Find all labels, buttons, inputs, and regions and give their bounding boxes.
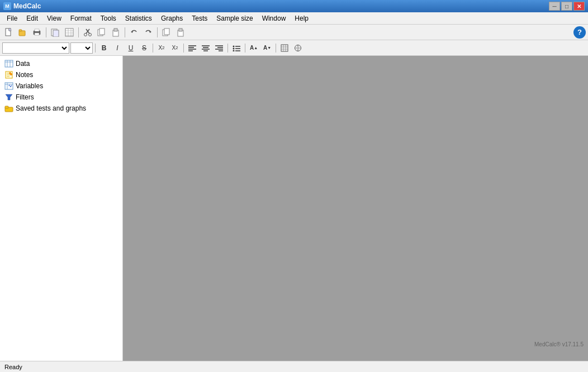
- svg-rect-20: [99, 28, 105, 35]
- app-icon: M: [3, 2, 11, 10]
- copy-format-button[interactable]: [49, 26, 62, 39]
- font-select[interactable]: [2, 42, 69, 54]
- new-button[interactable]: [2, 26, 16, 39]
- tree-item-notes-label: Notes: [16, 71, 33, 79]
- left-panel: Data Notes: [0, 56, 123, 361]
- table-button[interactable]: [278, 42, 291, 54]
- redo-button[interactable]: [141, 26, 155, 39]
- svg-rect-26: [164, 28, 169, 35]
- tree-item-data[interactable]: Data: [0, 58, 122, 69]
- separator2: [78, 27, 79, 37]
- app-title: MedCalc: [13, 2, 549, 10]
- svg-rect-62: [5, 83, 13, 89]
- grid-button[interactable]: [63, 26, 76, 39]
- list-button[interactable]: [230, 42, 243, 54]
- menu-sample-size[interactable]: Sample size: [212, 12, 257, 24]
- content-area: MedCalc® v17.11.5: [123, 56, 588, 361]
- svg-rect-67: [5, 106, 8, 108]
- menu-edit[interactable]: Edit: [22, 12, 42, 24]
- bold-button[interactable]: B: [98, 42, 110, 54]
- menu-graphs[interactable]: Graphs: [157, 12, 187, 24]
- separator4: [157, 27, 158, 37]
- tree-item-saved[interactable]: Saved tests and graphs: [0, 103, 122, 114]
- svg-marker-1: [9, 28, 11, 31]
- variables-icon: [4, 82, 13, 90]
- title-bar: M MedCalc ─ □ ✕: [0, 0, 588, 12]
- tree-item-filters[interactable]: Filters: [0, 92, 122, 103]
- tree-item-variables[interactable]: Variables: [0, 80, 122, 92]
- tree-item-notes[interactable]: Notes: [0, 69, 122, 80]
- window-controls: ─ □ ✕: [549, 2, 585, 11]
- strikethrough-button[interactable]: S: [138, 42, 150, 54]
- tree-item-saved-label: Saved tests and graphs: [16, 104, 86, 112]
- minimize-button[interactable]: ─: [549, 2, 560, 11]
- svg-point-18: [89, 33, 92, 36]
- main-area: Data Notes: [0, 56, 588, 361]
- fmt-sep2: [153, 44, 153, 53]
- subscript-button[interactable]: X2: [155, 42, 168, 54]
- tree-item-data-label: Data: [16, 60, 30, 68]
- svg-point-17: [84, 33, 87, 36]
- align-left-button[interactable]: [186, 42, 198, 54]
- underline-button[interactable]: U: [125, 42, 137, 54]
- font-size-select[interactable]: [70, 42, 93, 54]
- menu-help[interactable]: Help: [290, 12, 313, 24]
- tree-item-filters-label: Filters: [16, 93, 34, 101]
- version-text: MedCalc® v17.11.5: [534, 341, 584, 347]
- menu-bar: File Edit View Format Tools Statistics G…: [0, 12, 588, 25]
- svg-point-45: [233, 50, 235, 51]
- svg-rect-5: [35, 29, 39, 31]
- toolbar-format: B I U S X2 X2 A▲ A▼: [0, 40, 588, 56]
- folder-icon: [4, 104, 13, 113]
- open-button[interactable]: [16, 26, 30, 39]
- svg-rect-28: [179, 28, 182, 31]
- copy-button[interactable]: [95, 26, 108, 39]
- align-right-button[interactable]: [213, 42, 225, 54]
- svg-rect-22: [114, 28, 117, 31]
- menu-format[interactable]: Format: [66, 12, 96, 24]
- fmt-sep1: [95, 44, 96, 53]
- special-button[interactable]: [292, 42, 304, 54]
- tree-item-variables-label: Variables: [16, 82, 43, 90]
- svg-rect-8: [53, 30, 59, 37]
- svg-point-43: [233, 47, 235, 49]
- fmt-sep6: [276, 44, 276, 53]
- svg-point-41: [233, 45, 235, 47]
- superscript-button[interactable]: X2: [169, 42, 181, 54]
- italic-button[interactable]: I: [111, 42, 124, 54]
- status-text: Ready: [4, 364, 22, 370]
- align-center-button[interactable]: [200, 42, 212, 54]
- status-bar: Ready: [0, 361, 588, 372]
- undo-button[interactable]: [127, 26, 141, 39]
- toolbar-main: ?: [0, 25, 588, 40]
- svg-rect-3: [19, 30, 22, 31]
- svg-rect-47: [281, 45, 288, 51]
- maximize-button[interactable]: □: [561, 2, 572, 11]
- separator3: [125, 27, 125, 37]
- copy2-button[interactable]: [160, 26, 173, 39]
- paste2-button[interactable]: [174, 26, 187, 39]
- fmt-sep3: [183, 44, 184, 53]
- separator: [46, 27, 46, 37]
- svg-marker-65: [6, 94, 12, 100]
- fmt-sep5: [245, 44, 245, 53]
- notes-icon: [4, 70, 13, 79]
- menu-file[interactable]: File: [2, 12, 22, 24]
- svg-rect-54: [5, 60, 13, 67]
- menu-statistics[interactable]: Statistics: [121, 12, 157, 24]
- menu-view[interactable]: View: [42, 12, 66, 24]
- font-smaller-button[interactable]: A▼: [261, 42, 273, 54]
- font-larger-button[interactable]: A▲: [248, 42, 260, 54]
- data-icon: [4, 59, 13, 68]
- help-button[interactable]: ?: [573, 26, 586, 39]
- cut-button[interactable]: [81, 26, 94, 39]
- print-button[interactable]: [30, 26, 44, 39]
- paste-button[interactable]: [109, 26, 122, 39]
- fmt-sep4: [227, 44, 228, 53]
- close-button[interactable]: ✕: [573, 2, 585, 11]
- menu-tools[interactable]: Tools: [96, 12, 121, 24]
- menu-tests[interactable]: Tests: [187, 12, 212, 24]
- menu-window[interactable]: Window: [258, 12, 291, 24]
- svg-rect-6: [35, 33, 39, 35]
- filter-icon: [4, 93, 13, 102]
